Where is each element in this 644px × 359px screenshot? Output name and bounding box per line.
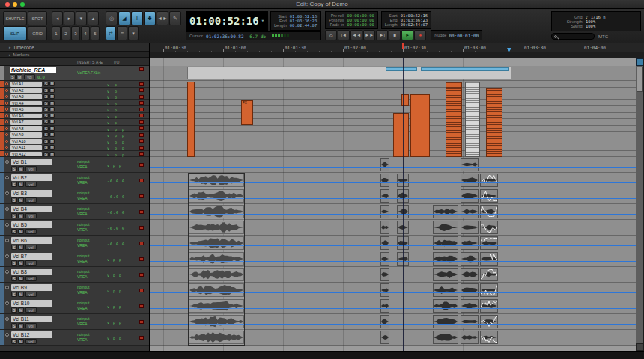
record-enable-button[interactable] — [5, 114, 8, 117]
sel-length-value[interactable]: 00:02:44:07 — [290, 23, 317, 28]
chevron-down-icon[interactable]: ▾ — [261, 18, 264, 24]
sends-display[interactable]: v p p — [107, 289, 137, 293]
scroll-up-icon[interactable] — [636, 58, 643, 66]
track-name[interactable]: Vcl A8 — [10, 126, 42, 132]
trim-tool[interactable]: ◢ — [118, 11, 130, 25]
swing-value[interactable]: 100% — [586, 24, 637, 28]
record-enable-button[interactable] — [5, 140, 8, 143]
volume-button[interactable]: vol — [25, 245, 37, 250]
fadein-label[interactable]: Fade-in — [329, 22, 344, 27]
volume-button[interactable]: vol — [25, 213, 37, 218]
main-counter[interactable]: 01:00:52:16 ▾ — [186, 11, 268, 31]
vertical-scrollbar[interactable] — [636, 58, 643, 351]
track-name[interactable]: Vcl A2 — [10, 88, 42, 93]
solo-button[interactable]: S — [43, 94, 49, 99]
mute-button[interactable]: M — [18, 166, 24, 171]
mute-button[interactable]: M — [18, 213, 24, 218]
audio-clip[interactable] — [480, 205, 498, 218]
zoom-out-vertical[interactable]: ▼ — [76, 11, 87, 25]
zoom-preset-3[interactable]: 3 — [71, 26, 80, 40]
solo-button[interactable]: S — [43, 126, 49, 131]
solo-button[interactable]: S — [11, 197, 17, 203]
audio-clip[interactable] — [380, 205, 389, 218]
output-path[interactable]: VREA — [77, 337, 106, 342]
input-path[interactable]: noinput — [77, 159, 106, 164]
solo-button[interactable]: S — [43, 139, 49, 144]
record-enable-button[interactable] — [5, 95, 8, 98]
solo-button[interactable]: S — [11, 276, 17, 281]
midi-clip[interactable] — [187, 82, 195, 157]
audio-clip[interactable] — [461, 158, 479, 171]
audio-clip[interactable] — [480, 221, 498, 234]
clip-marker-bar[interactable] — [421, 67, 509, 71]
audio-clip[interactable] — [380, 252, 389, 266]
sends-display[interactable]: v p p — [107, 127, 137, 132]
input-monitor-button[interactable] — [5, 191, 9, 195]
output-path[interactable]: VREA — [77, 274, 106, 279]
play-button[interactable]: ► — [401, 30, 413, 40]
audio-clip[interactable] — [480, 331, 498, 344]
zoom-preset-5[interactable]: 5 — [91, 26, 100, 40]
zoom-preset-2[interactable]: 2 — [61, 26, 70, 40]
input-monitor-button[interactable] — [5, 301, 9, 305]
track-name[interactable]: Vcl B10 — [11, 300, 52, 307]
mute-button[interactable]: M — [18, 307, 24, 313]
nudge-control[interactable]: Nudge 00:00:01:00 — [431, 30, 482, 40]
output-path[interactable]: VREA — [77, 322, 106, 326]
sends-display[interactable]: v p p — [107, 320, 137, 325]
sends-display[interactable]: v p — [107, 114, 137, 119]
sends-display[interactable]: v p p — [107, 304, 137, 309]
audio-clip[interactable] — [380, 158, 389, 171]
input-monitor-button[interactable] — [5, 270, 9, 274]
midi-clip[interactable]: FX — [241, 100, 253, 125]
solo-button[interactable]: S — [11, 292, 17, 297]
audio-clip[interactable] — [461, 236, 479, 250]
track-name[interactable]: Vcl B4 — [11, 206, 52, 212]
edit-cursor-marker-icon[interactable] — [507, 48, 511, 52]
track-name[interactable]: Vcl A5 — [10, 107, 42, 112]
sends-display[interactable]: v p p — [107, 140, 137, 144]
midi-clip[interactable] — [465, 82, 480, 157]
markers-band[interactable] — [150, 52, 644, 58]
audio-clip[interactable] — [380, 283, 389, 297]
zoom-in-horizontal[interactable]: ► — [64, 11, 75, 25]
volume-button[interactable]: vol — [25, 197, 37, 203]
audio-clip[interactable] — [461, 174, 479, 187]
audio-clip[interactable] — [461, 299, 479, 313]
audio-clip[interactable] — [480, 174, 498, 187]
return-to-zero-button[interactable]: |◄ — [338, 30, 350, 40]
stop-button[interactable]: ■ — [389, 30, 401, 40]
maximize-icon[interactable] — [20, 2, 25, 7]
record-status-chip[interactable] — [139, 114, 144, 117]
insert-slot[interactable]: VclREA FXLin — [77, 70, 110, 75]
audio-clip[interactable] — [433, 315, 458, 328]
fast-forward-button[interactable]: ►► — [363, 30, 375, 40]
audio-clip[interactable] — [461, 331, 479, 344]
mute-button[interactable]: M — [18, 260, 24, 266]
sends-display[interactable]: v p p — [107, 273, 137, 277]
record-status-chip[interactable] — [139, 152, 144, 156]
audio-clip[interactable] — [461, 189, 479, 203]
midi-clip[interactable] — [486, 88, 502, 157]
mute-button[interactable]: M — [49, 88, 55, 93]
volume-button[interactable]: vol — [24, 74, 35, 79]
record-status-chip[interactable] — [139, 273, 144, 277]
volume-button[interactable]: vol — [25, 182, 37, 187]
solo-button[interactable]: S — [43, 88, 49, 93]
audio-clip[interactable] — [433, 252, 458, 266]
record-status-chip[interactable] — [139, 257, 144, 261]
mode-button-grid[interactable]: GRID — [28, 26, 47, 40]
sends-display[interactable]: v p — [107, 108, 137, 112]
playhead-line[interactable] — [403, 58, 404, 351]
audio-clip[interactable] — [461, 252, 479, 266]
record-enable-button[interactable] — [5, 133, 8, 136]
audio-clip[interactable] — [380, 331, 389, 344]
track-name[interactable]: fVehicle_REA — [10, 67, 56, 73]
record-status-chip[interactable] — [139, 226, 144, 230]
track-name[interactable]: Vcl B12 — [11, 331, 52, 338]
volume-button[interactable]: vol — [25, 276, 37, 281]
output-path[interactable]: VREA — [77, 227, 106, 232]
input-path[interactable]: noinput — [77, 269, 106, 274]
track-name[interactable]: Vcl B2 — [11, 174, 52, 181]
track-name[interactable]: Vcl B5 — [11, 221, 52, 228]
